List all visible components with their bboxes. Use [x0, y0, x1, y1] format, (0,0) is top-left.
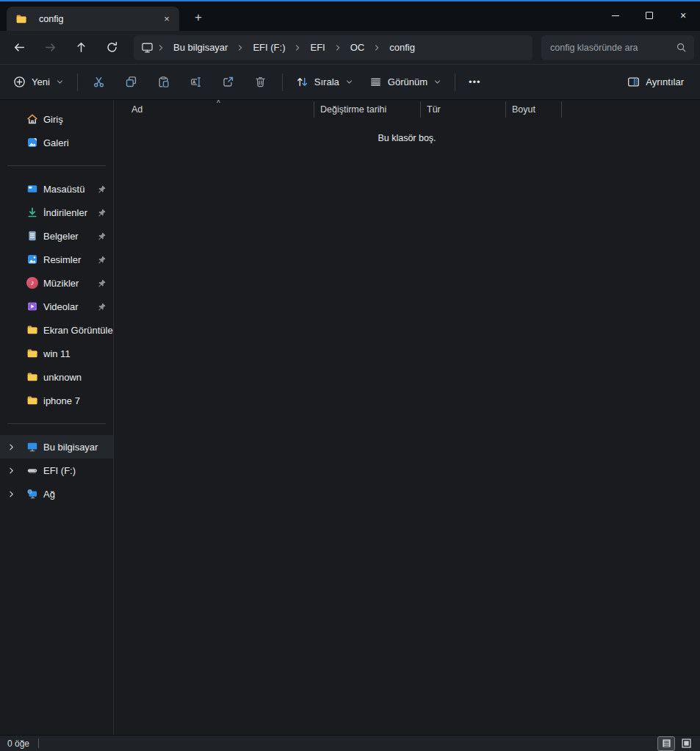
- window-controls: ×: [599, 1, 700, 29]
- search-box[interactable]: [541, 35, 694, 60]
- sort-button[interactable]: Sırala: [289, 69, 361, 96]
- breadcrumb-item-bu-bilgisayar[interactable]: Bu bilgisayar: [168, 39, 233, 56]
- view-button[interactable]: Görünüm: [362, 69, 449, 96]
- search-icon[interactable]: [676, 42, 687, 53]
- details-pane-toggle[interactable]: Ayrıntılar: [620, 69, 691, 96]
- pin-icon: [97, 184, 107, 194]
- column-header-boyut[interactable]: Boyut: [505, 101, 562, 118]
- toolbar-divider: [77, 73, 78, 91]
- sidebar-item-unknown[interactable]: unknown: [0, 365, 113, 389]
- tab-config[interactable]: config ×: [7, 7, 179, 31]
- titlebar: config × + ×: [0, 1, 700, 31]
- new-button-label: Yeni: [32, 76, 50, 87]
- drive-icon: [26, 464, 38, 476]
- close-button[interactable]: ×: [666, 1, 700, 29]
- new-tab-button[interactable]: +: [187, 6, 210, 29]
- clipboard-icon: [157, 76, 170, 88]
- sidebar-item-resimler[interactable]: Resimler: [0, 248, 113, 271]
- sort-arrows-icon: [296, 76, 308, 88]
- up-arrow-icon: [75, 41, 87, 54]
- breadcrumb-item-efi[interactable]: EFI: [305, 39, 330, 56]
- chevron-down-icon: [345, 78, 353, 86]
- back-button[interactable]: [4, 35, 34, 60]
- desktop-icon: [26, 183, 38, 195]
- maximize-button[interactable]: [632, 1, 666, 29]
- sidebar-item-belgeler[interactable]: Belgeler: [0, 224, 113, 248]
- large-icons-view-button[interactable]: [678, 737, 694, 750]
- column-header-tur[interactable]: Tür: [420, 101, 505, 118]
- tab-label: config: [39, 14, 152, 24]
- sidebar-item-masaustu[interactable]: Masaüstü: [0, 177, 113, 201]
- view-lines-icon: [369, 76, 382, 88]
- sidebar-item-galeri[interactable]: Galeri: [0, 131, 113, 154]
- thumbnail-view-icon: [681, 738, 692, 749]
- view-toggle-group: [658, 737, 694, 750]
- sidebar-item-ekran-goruntuleri[interactable]: Ekran Görüntüleri: [0, 318, 113, 342]
- sort-ascending-caret: ^: [217, 99, 220, 107]
- downloads-icon: [26, 206, 38, 218]
- share-button[interactable]: [213, 69, 244, 96]
- more-options-button[interactable]: •••: [461, 69, 488, 96]
- pin-icon: [97, 208, 107, 218]
- home-icon: [26, 113, 38, 125]
- list-view-icon: [661, 738, 672, 749]
- tab-close-button[interactable]: ×: [159, 11, 175, 27]
- refresh-icon: [106, 41, 118, 54]
- delete-button[interactable]: [245, 69, 276, 96]
- breadcrumb-item-config[interactable]: config: [384, 39, 420, 56]
- plus-circle-icon: [13, 76, 26, 88]
- details-pane-icon: [627, 76, 640, 88]
- expand-chevron-icon[interactable]: [0, 466, 26, 475]
- folder-icon: [26, 348, 38, 359]
- sidebar-divider: [7, 165, 106, 166]
- sidebar-item-muzikler[interactable]: ♪ Müzikler: [0, 271, 113, 295]
- column-header-degistirme-tarihi[interactable]: Değiştirme tarihi: [314, 101, 420, 118]
- pin-icon: [97, 279, 107, 288]
- forward-button[interactable]: [35, 35, 65, 60]
- copy-button[interactable]: [116, 69, 147, 96]
- minimize-icon: [612, 15, 619, 16]
- details-pane-label: Ayrıntılar: [646, 76, 684, 87]
- back-arrow-icon: [13, 41, 26, 54]
- view-button-label: Görünüm: [388, 76, 427, 87]
- forward-arrow-icon: [44, 41, 57, 54]
- command-bar: Yeni Sırala Görünüm ••• Ayrıntılar: [0, 65, 700, 100]
- up-button[interactable]: [66, 35, 95, 60]
- sidebar-item-giris[interactable]: Giriş: [0, 107, 113, 131]
- folder-icon: [26, 324, 38, 336]
- pin-icon: [97, 231, 107, 241]
- cut-button[interactable]: [84, 69, 115, 96]
- sidebar-item-iphone-7[interactable]: iphone 7: [0, 389, 113, 412]
- pictures-icon: [26, 254, 38, 265]
- breadcrumb-item-oc[interactable]: OC: [345, 39, 370, 56]
- close-icon: ×: [680, 10, 686, 21]
- rename-button[interactable]: [181, 69, 212, 96]
- copy-icon: [125, 76, 137, 88]
- expand-chevron-icon[interactable]: [0, 489, 26, 499]
- toolbar-divider: [282, 73, 283, 91]
- sidebar-item-indirilenler[interactable]: İndirilenler: [0, 201, 113, 224]
- refresh-button[interactable]: [97, 35, 126, 60]
- empty-folder-message: Bu klasör boş.: [114, 133, 700, 143]
- column-header-ad[interactable]: Ad: [114, 101, 314, 118]
- body-area: Giriş Galeri Masaüstü İndirilenler: [0, 100, 700, 735]
- breadcrumb-item-efi-drive[interactable]: EFI (F:): [248, 39, 290, 56]
- monitor-icon: [141, 41, 154, 54]
- network-icon: [26, 488, 38, 500]
- breadcrumb[interactable]: Bu bilgisayar EFI (F:) EFI OC config: [134, 35, 533, 60]
- sidebar-divider: [7, 423, 106, 424]
- minimize-button[interactable]: [599, 1, 632, 29]
- sidebar-item-videolar[interactable]: Videolar: [0, 295, 113, 318]
- sidebar-item-win-11[interactable]: win 11: [0, 342, 113, 365]
- sidebar-item-ag[interactable]: Ağ: [0, 482, 113, 506]
- navigation-pane: Giriş Galeri Masaüstü İndirilenler: [0, 100, 114, 735]
- search-input[interactable]: [550, 43, 676, 53]
- chevron-down-icon: [433, 78, 441, 86]
- new-button[interactable]: Yeni: [6, 69, 71, 96]
- expand-chevron-icon[interactable]: [0, 442, 26, 452]
- sidebar-item-bu-bilgisayar[interactable]: Bu bilgisayar: [0, 435, 113, 459]
- file-list-area: ^ Ad Değiştirme tarihi Tür Boyut Bu klas…: [114, 100, 700, 735]
- details-view-button[interactable]: [658, 737, 674, 750]
- sidebar-item-efi-drive[interactable]: EFI (F:): [0, 459, 113, 482]
- paste-button[interactable]: [148, 69, 179, 96]
